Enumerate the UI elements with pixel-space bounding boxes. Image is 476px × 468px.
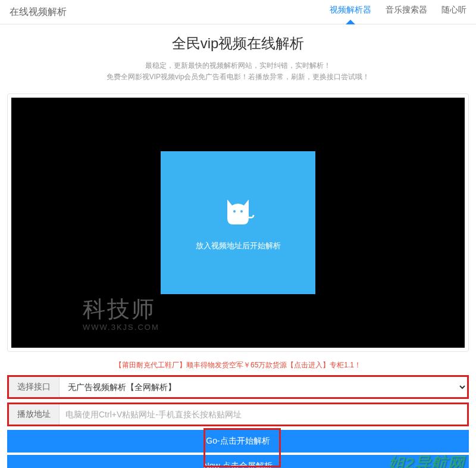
bottom-watermark: 姐2导航网 xyxy=(388,453,464,468)
interface-select[interactable]: 无广告视频解析【全网解析】 xyxy=(60,377,467,397)
page-title: 全民vip视频在线解析 xyxy=(0,34,476,53)
subtitle-line1: 最稳定，更新最快的视频解析网站，实时纠错，实时解析！ xyxy=(0,60,476,71)
go-button[interactable]: Go-点击开始解析 xyxy=(7,430,469,453)
nav-music-search[interactable]: 音乐搜索器 xyxy=(386,5,427,19)
url-input[interactable] xyxy=(60,404,467,425)
select-label: 选择接口 xyxy=(9,377,60,397)
nav-links: 视频解析器 音乐搜索器 随心听 xyxy=(330,5,466,19)
nav-video-parser[interactable]: 视频解析器 xyxy=(330,5,371,19)
input-label: 播放地址 xyxy=(9,404,60,425)
nav-listen[interactable]: 随心听 xyxy=(441,5,466,19)
watermark-url: WWW.3KJS.COM xyxy=(83,323,159,332)
player-hint: 放入视频地址后开始解析 xyxy=(196,241,281,251)
video-player[interactable]: 科技师 WWW.3KJS.COM 放入视频地址后开始解析 xyxy=(11,98,465,348)
subtitle-line2: 免费全网影视VIP视频vip会员免广告看电影！若播放异常，刷新，更换接口尝试哦！ xyxy=(0,71,476,83)
svg-point-1 xyxy=(240,210,243,213)
ad-banner[interactable]: 【莆田耐克代工鞋厂】顺丰得物发货空军￥65万款货源【点击进入】专柜1.1！ xyxy=(0,360,476,370)
svg-point-0 xyxy=(233,210,236,213)
brand-title: 在线视频解析 xyxy=(10,6,67,18)
watermark-text: 科技师 xyxy=(83,294,156,325)
cat-icon xyxy=(220,195,256,230)
